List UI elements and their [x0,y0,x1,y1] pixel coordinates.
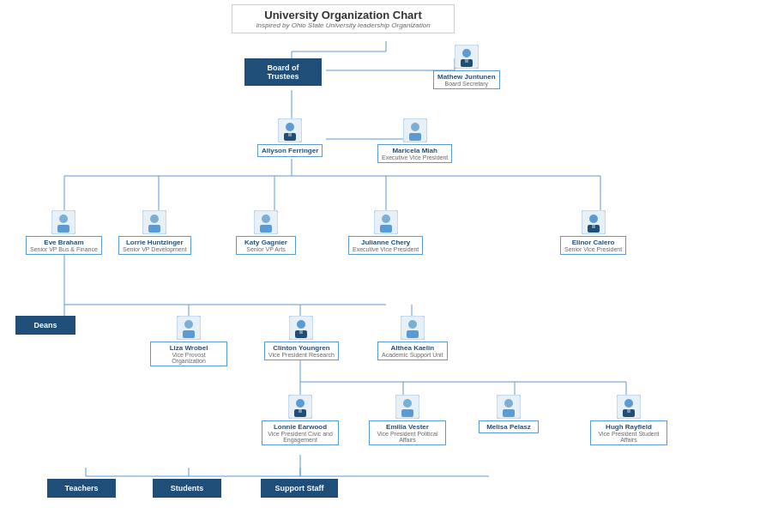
elinor-avatar [582,210,606,234]
deans-box: Deans [15,316,75,335]
maricela-avatar [403,118,427,142]
svg-rect-43 [288,133,292,136]
lorrie-node: Lorrie Huntzinger Senior VP Development [118,210,191,255]
elinor-box: Elinor Calero Senior Vice President [560,236,626,255]
svg-point-64 [184,320,193,329]
hugh-node: Hugh Rayfield Vice President Student Aff… [590,395,667,445]
mathew-box: Mathew Juntunen Board Secretary [433,70,500,89]
hugh-avatar [617,395,641,419]
svg-point-45 [411,123,419,131]
clinton-avatar [289,316,313,340]
svg-rect-55 [260,225,272,233]
svg-point-67 [297,320,305,329]
svg-rect-49 [57,225,69,233]
svg-rect-39 [465,59,468,63]
althea-node: Althea Kaelin Academic Support Unit [377,316,448,360]
svg-point-74 [296,399,305,408]
melisa-box: Melisa Pelasz [479,420,539,433]
maricela-box: Maricela Miah Executive Vice President [377,144,452,163]
support-node: Support Staff [261,479,338,498]
svg-point-37 [462,49,471,57]
board-box: Board of Trustees [244,58,322,86]
svg-point-57 [382,215,390,223]
students-box: Students [153,479,221,498]
mathew-avatar [455,45,479,69]
lonnie-box: Lonnie Earwood Vice President Civic and … [262,420,339,445]
connectors [0,0,772,532]
clinton-box: Clinton Youngren Vice President Research [264,342,339,360]
svg-rect-46 [409,133,421,141]
melisa-node: Melisa Pelasz [479,395,539,433]
liza-node: Liza Wrobel Vice Provost Organization [150,316,227,366]
althea-avatar [401,316,425,340]
svg-point-51 [150,215,159,223]
julianne-avatar [374,210,398,234]
julianne-node: Julianne Chery Executive Vice President [348,210,423,255]
svg-rect-76 [299,409,302,413]
maricela-node: Maricela Miah Executive Vice President [377,118,452,163]
clinton-node: Clinton Youngren Vice President Research [264,316,339,360]
liza-avatar [177,316,201,340]
katy-node: Katy Gagnier Senior VP Arts [236,210,296,255]
svg-rect-86 [627,409,630,413]
svg-point-60 [589,215,598,223]
lorrie-box: Lorrie Huntzinger Senior VP Development [118,236,191,255]
althea-box: Althea Kaelin Academic Support Unit [377,342,448,360]
eve-avatar [51,210,75,234]
svg-rect-72 [407,330,419,338]
main-title: University Organization Chart [243,9,443,21]
org-chart: University Organization Chart Inspired b… [0,0,772,532]
svg-point-48 [59,215,68,223]
lonnie-avatar [288,395,312,419]
svg-rect-79 [401,409,413,417]
deans-node: Deans [15,316,75,335]
svg-rect-58 [380,225,392,233]
emilia-box: Emilia Vester Vice President Political A… [369,420,446,445]
elinor-node: Elinor Calero Senior Vice President [560,210,626,255]
students-node: Students [153,479,221,498]
allyson-node: Allyson Ferringer [257,118,323,157]
liza-box: Liza Wrobel Vice Provost Organization [150,342,227,366]
chart-title: University Organization Chart Inspired b… [232,4,455,33]
lorrie-avatar [142,210,166,234]
svg-rect-52 [148,225,160,233]
allyson-avatar [278,118,302,142]
teachers-node: Teachers [47,479,116,498]
svg-point-78 [403,399,412,408]
svg-rect-69 [299,330,303,334]
support-box: Support Staff [261,479,338,498]
svg-rect-65 [183,330,195,338]
svg-point-71 [408,320,417,329]
svg-point-84 [624,399,633,408]
lonnie-node: Lonnie Earwood Vice President Civic and … [262,395,339,445]
svg-point-41 [286,123,294,131]
subtitle: Inspired by Ohio State University leader… [243,21,443,29]
eve-box: Eve Braham Senior VP Bus & Finance [26,236,102,255]
eve-node: Eve Braham Senior VP Bus & Finance [26,210,102,255]
svg-point-81 [504,399,513,408]
board-node: Board of Trustees [244,58,322,86]
hugh-box: Hugh Rayfield Vice President Student Aff… [590,420,667,445]
emilia-node: Emilia Vester Vice President Political A… [369,395,446,445]
julianne-box: Julianne Chery Executive Vice President [348,236,423,255]
svg-rect-82 [503,409,515,417]
melisa-avatar [497,395,521,419]
katy-box: Katy Gagnier Senior VP Arts [236,236,296,255]
svg-point-54 [262,215,270,223]
svg-rect-62 [592,225,595,228]
katy-avatar [254,210,278,234]
mathew-node: Mathew Juntunen Board Secretary [433,45,500,89]
teachers-box: Teachers [47,479,116,498]
allyson-box: Allyson Ferringer [257,144,323,157]
emilia-avatar [395,395,419,419]
